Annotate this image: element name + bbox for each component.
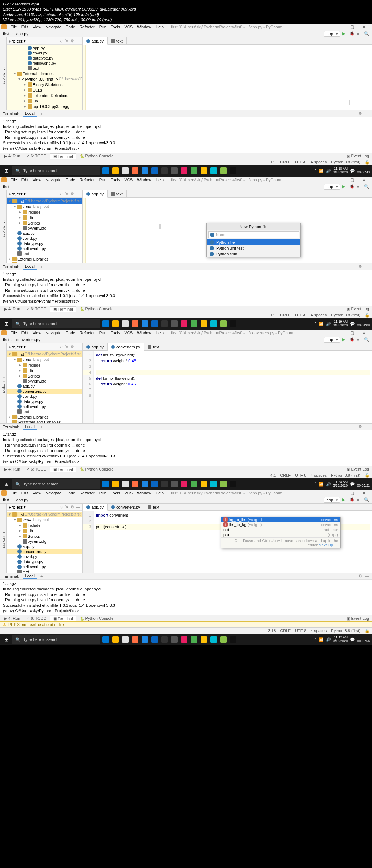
taskbar-app[interactable] [160, 319, 169, 329]
taskbar-app[interactable] [150, 479, 159, 489]
tray-up-icon[interactable]: ˄ [314, 169, 316, 173]
tree-node[interactable]: Scratches and Consoles [7, 262, 82, 263]
taskbar-app[interactable] [229, 634, 238, 645]
tree-node[interactable]: ▾ first C:\Users\sky\PycharmProjects\fir… [7, 198, 82, 204]
tree-node[interactable]: ▸ Lib [7, 98, 82, 104]
taskbar-app[interactable] [111, 634, 120, 645]
tree-node[interactable]: ▸ Lib [7, 528, 82, 533]
tree-node[interactable]: ▸ Include [7, 522, 82, 528]
readonly-lock-icon[interactable]: 🔓 [365, 160, 370, 165]
terminal-settings-icon[interactable]: ⚙ [359, 111, 362, 116]
taskbar-app[interactable] [121, 319, 130, 329]
completion-item-kg-to-lbs[interactable]: fkg_to_lbs(weight)converters [221, 517, 340, 522]
encoding[interactable]: UTF-8 [295, 160, 306, 165]
taskbar-app[interactable] [130, 166, 140, 176]
tree-node[interactable]: ▾ < Python 3.8 (first) > C:\Users\sky\Py… [7, 76, 82, 82]
editor-tab-text[interactable]: text [108, 37, 127, 44]
project-tree[interactable]: ▾ first C:\Users\sky\PycharmProjects\fir… [7, 198, 82, 263]
taskbar-app[interactable] [179, 319, 189, 329]
tree-node[interactable]: text [7, 569, 82, 573]
maximize-button[interactable]: ▢ [348, 24, 356, 30]
tree-node[interactable]: app.py [7, 45, 82, 51]
menu-help[interactable]: Help [154, 24, 166, 29]
taskbar-app[interactable] [140, 166, 150, 176]
clock[interactable]: 11:18 AM3/16/2020 [333, 167, 348, 174]
tree-node[interactable]: text [7, 409, 82, 414]
taskbar-app[interactable] [170, 479, 179, 489]
run-config-select[interactable]: app [324, 31, 340, 37]
menu-file[interactable]: File [9, 24, 19, 29]
tree-node[interactable]: helloworld.py [7, 246, 82, 251]
taskbar-app[interactable] [150, 319, 159, 329]
taskbar-app[interactable] [130, 634, 140, 645]
hide-icon[interactable]: — [76, 39, 80, 43]
start-button[interactable]: ⊞ [1, 166, 12, 176]
menu-edit[interactable]: Edit [20, 24, 30, 29]
search-icon[interactable]: 🔍 [364, 31, 369, 36]
taskbar-app[interactable] [160, 479, 169, 489]
taskbar-app[interactable] [219, 166, 228, 176]
taskbar-app[interactable] [111, 166, 120, 176]
taskbar-app[interactable] [209, 166, 218, 176]
taskbar-app[interactable] [219, 479, 228, 489]
completion-item-not[interactable]: notnot expr [221, 527, 340, 532]
taskbar-app[interactable] [179, 634, 189, 645]
left-gutter-tabs[interactable]: 1: Project [0, 37, 7, 110]
menu-view[interactable]: View [31, 24, 43, 29]
taskbar-app[interactable] [199, 166, 209, 176]
tree-node[interactable]: ▾ venv library root [7, 204, 82, 209]
menu-refactor[interactable]: Refactor [78, 24, 97, 29]
breadcrumb-root[interactable]: first [3, 32, 9, 36]
close-button[interactable]: ✕ [360, 24, 368, 30]
menu-vcs[interactable]: VCS [123, 24, 135, 29]
menu-window[interactable]: Window [135, 24, 153, 29]
tree-node[interactable]: datatype.py [7, 399, 82, 404]
tree-node[interactable]: ▸ Python38-32 library root [7, 109, 82, 110]
terminal-tab-local[interactable]: Local [23, 111, 37, 117]
tree-node[interactable]: ▸ Include [7, 362, 82, 368]
taskbar-app[interactable] [179, 166, 189, 176]
tree-node[interactable]: app.py [7, 231, 82, 236]
taskbar-app[interactable] [199, 319, 209, 329]
notifications-icon[interactable]: 💬 [350, 169, 355, 173]
line-separator[interactable]: CRLF [280, 160, 291, 165]
taskbar-app[interactable] [189, 319, 199, 329]
terminal-add-tab[interactable]: + [40, 112, 43, 116]
taskbar-app[interactable] [121, 166, 130, 176]
taskbar-app[interactable] [179, 479, 189, 489]
taskbar-search[interactable]: 🔍Type here to search [12, 166, 100, 175]
taskbar-app[interactable] [209, 634, 218, 645]
popup-item-stub[interactable]: Python stub [207, 251, 300, 257]
taskbar-app[interactable] [111, 319, 120, 329]
popup-name-input[interactable]: Name [208, 231, 299, 238]
taskbar-app[interactable] [199, 479, 209, 489]
tree-node[interactable]: ▾ first C:\Users\sky\PycharmProjects\fir… [7, 351, 82, 357]
taskbar-app[interactable] [140, 319, 150, 329]
interpreter[interactable]: Python 3.8 (first) [331, 160, 360, 165]
taskbar-app[interactable] [160, 634, 169, 645]
tree-node[interactable]: ▸ Extended Definitions [7, 93, 82, 98]
tree-node[interactable]: app.py [7, 384, 82, 389]
tree-node[interactable]: helloworld.py [7, 404, 82, 409]
taskbar-app[interactable] [209, 479, 218, 489]
taskbar-app[interactable] [189, 479, 199, 489]
tree-node[interactable]: text [7, 251, 82, 256]
terminal-hide-icon[interactable]: — [365, 111, 369, 116]
taskbar-app[interactable] [229, 479, 238, 489]
taskbar-app[interactable] [219, 634, 228, 645]
taskbar-app[interactable] [170, 166, 179, 176]
taskbar-app[interactable] [170, 319, 179, 329]
taskbar-app[interactable] [160, 166, 169, 176]
tree-node[interactable]: ▾ venv library root [7, 357, 82, 362]
taskbar-app[interactable] [219, 319, 228, 329]
tree-node[interactable]: ▾ venv library root [7, 517, 82, 522]
tree-node[interactable]: converters.py [7, 549, 82, 554]
bottom-tab-terminal[interactable]: ▣Terminal [50, 153, 76, 159]
tree-node[interactable]: ▸ DLLs [7, 87, 82, 93]
taskbar-app[interactable] [140, 634, 150, 645]
project-tree[interactable]: app.py covid.py datatype.py helloworld.p… [7, 45, 82, 110]
tree-node[interactable]: helloworld.py [7, 564, 82, 569]
taskbar-app[interactable] [101, 319, 110, 329]
bottom-tab-run[interactable]: ▶4: Run [1, 153, 23, 158]
tree-node[interactable]: datatype.py [7, 559, 82, 564]
